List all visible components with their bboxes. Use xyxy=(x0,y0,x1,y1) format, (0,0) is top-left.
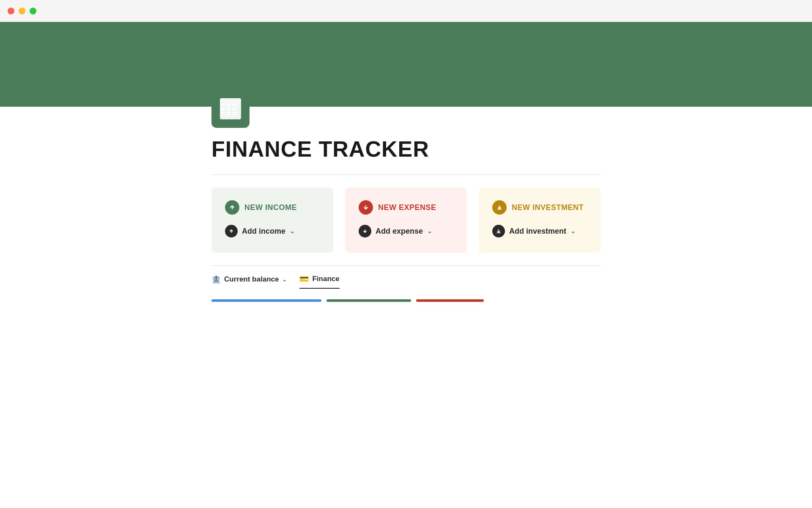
investment-card-title: NEW INVESTMENT xyxy=(512,203,584,212)
svg-rect-14 xyxy=(233,108,237,111)
svg-rect-16 xyxy=(227,113,231,115)
svg-rect-9 xyxy=(221,104,225,107)
income-icon xyxy=(225,200,239,215)
svg-rect-10 xyxy=(227,104,231,107)
titlebar xyxy=(0,0,812,22)
app-icon xyxy=(211,90,250,128)
svg-rect-6 xyxy=(226,98,227,119)
investment-card-header: NEW INVESTMENT xyxy=(492,200,587,215)
arrow-up-icon xyxy=(228,204,236,211)
income-chevron-icon: ⌄ xyxy=(290,228,295,235)
chart-bar-green xyxy=(326,299,411,302)
add-expense-icon xyxy=(359,225,371,237)
balance-tab-chevron-icon: ⌄ xyxy=(282,276,287,283)
arrow-down-circle-icon xyxy=(362,204,370,211)
investment-chevron-icon: ⌄ xyxy=(571,228,576,235)
tab-navigation: 🏦 Current balance ⌄ 💳 Finance xyxy=(211,274,601,289)
add-income-button[interactable]: Add income ⌄ xyxy=(225,225,320,237)
download-icon xyxy=(496,204,503,211)
circle-down-icon xyxy=(362,228,368,235)
page-title: FINANCE TRACKER xyxy=(211,136,601,162)
balance-tab-label: Current balance xyxy=(224,275,279,284)
expense-card: NEW EXPENSE Add expense ⌄ xyxy=(345,188,467,253)
add-expense-label: Add expense xyxy=(376,227,423,236)
chart-bar-red xyxy=(416,299,484,302)
expense-card-title: NEW EXPENSE xyxy=(378,203,436,212)
investment-icon xyxy=(492,200,507,215)
svg-rect-8 xyxy=(238,98,239,119)
svg-rect-17 xyxy=(233,113,237,115)
finance-tab-icon: 💳 xyxy=(299,274,309,284)
circle-up-icon xyxy=(228,228,235,235)
expense-chevron-icon: ⌄ xyxy=(427,228,432,235)
expense-icon xyxy=(359,200,373,215)
finance-tab-label: Finance xyxy=(312,275,339,283)
investment-card: NEW INVESTMENT Add investment ⌄ xyxy=(479,188,601,253)
chart-preview xyxy=(211,297,601,302)
expense-card-header: NEW EXPENSE xyxy=(359,200,453,215)
cards-container: NEW INCOME Add income ⌄ xyxy=(211,188,601,253)
title-divider xyxy=(211,174,601,175)
maximize-button[interactable] xyxy=(30,8,36,14)
svg-rect-7 xyxy=(232,98,233,119)
download-circle-icon xyxy=(495,228,502,235)
add-income-label: Add income xyxy=(242,227,285,236)
svg-rect-13 xyxy=(227,108,231,111)
main-content: FINANCE TRACKER NEW INCOME xyxy=(152,90,660,302)
add-income-icon xyxy=(225,225,238,237)
add-investment-button[interactable]: Add investment ⌄ xyxy=(492,225,587,237)
tab-current-balance[interactable]: 🏦 Current balance ⌄ xyxy=(211,275,287,288)
tab-finance[interactable]: 💳 Finance xyxy=(299,274,339,289)
app-icon-wrapper xyxy=(211,90,601,128)
chart-bar-blue xyxy=(211,299,321,302)
svg-rect-12 xyxy=(221,108,225,111)
bottom-divider xyxy=(211,265,601,266)
spreadsheet-icon xyxy=(218,97,243,121)
add-expense-button[interactable]: Add expense ⌄ xyxy=(359,225,453,237)
add-investment-icon xyxy=(492,225,505,237)
balance-tab-icon: 🏦 xyxy=(211,275,221,284)
income-card: NEW INCOME Add income ⌄ xyxy=(211,188,333,253)
svg-rect-11 xyxy=(233,104,237,107)
income-card-header: NEW INCOME xyxy=(225,200,320,215)
minimize-button[interactable] xyxy=(19,8,25,14)
svg-rect-15 xyxy=(221,113,225,115)
income-card-title: NEW INCOME xyxy=(244,203,297,212)
close-button[interactable] xyxy=(8,8,14,14)
add-investment-label: Add investment xyxy=(509,227,566,236)
